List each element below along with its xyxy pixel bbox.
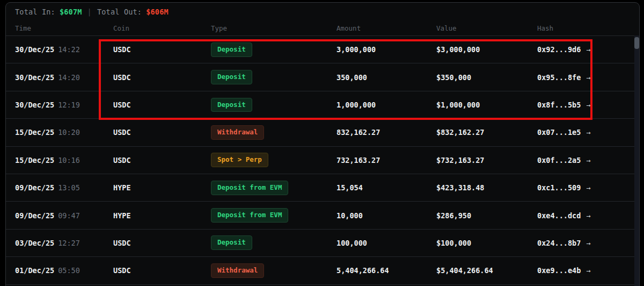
date-text: 30/Dec/25 <box>15 101 54 109</box>
value-cell: $286,950 <box>436 211 537 220</box>
hash-link[interactable]: 0xc1...509→ <box>537 183 626 192</box>
coin-cell: USDC <box>113 128 211 137</box>
type-badge: Deposit from EVM <box>211 208 288 223</box>
date-text: 30/Dec/25 <box>15 45 54 54</box>
type-cell: Deposit <box>211 98 336 112</box>
amount-cell: 5,404,266.64 <box>336 266 436 275</box>
coin-cell: USDC <box>113 45 211 54</box>
next-row-partial <box>6 284 639 286</box>
time-text: 14:20 <box>58 73 80 82</box>
table-row: 30/Dec/2514:22 USDC Deposit 3,000,000 $3… <box>6 35 639 63</box>
col-header-type: Type <box>211 24 336 32</box>
type-cell: Deposit from EVM <box>211 208 336 223</box>
totals-bar: Total In: $607M | Total Out: $606M <box>6 3 639 21</box>
type-badge: Deposit <box>211 235 252 250</box>
total-out-label: Total Out: <box>97 8 142 16</box>
type-cell: Spot > Perp <box>211 153 336 167</box>
amount-cell: 15,054 <box>336 183 436 192</box>
type-badge: Withdrawal <box>211 263 264 278</box>
hash-text: 0xe4...dcd <box>537 211 581 220</box>
hash-link[interactable]: 0x95...8fe→ <box>537 73 626 82</box>
hash-text: 0x92...9d6 <box>537 45 581 54</box>
time-text: 14:22 <box>58 45 80 54</box>
totals-divider: | <box>87 8 92 16</box>
type-cell: Deposit from EVM <box>211 181 336 195</box>
time-text: 05:50 <box>58 266 80 275</box>
coin-cell: USDC <box>113 239 211 247</box>
column-header-row: Time Coin Type Amount Value Hash <box>6 21 639 35</box>
time-text: 12:19 <box>58 101 80 109</box>
col-header-time: Time <box>15 24 113 32</box>
table-row: 15/Dec/2510:20 USDC Withdrawal 832,162.2… <box>6 118 639 146</box>
total-out-value: $606M <box>146 8 169 16</box>
date-text: 09/Dec/25 <box>15 183 54 192</box>
amount-cell: 350,000 <box>336 73 436 82</box>
value-cell: $5,404,266.64 <box>436 266 537 275</box>
value-cell: $100,000 <box>436 239 537 247</box>
table-row: 03/Dec/2512:27 USDC Deposit 100,000 $100… <box>6 229 639 256</box>
value-cell: $3,000,000 <box>436 45 537 54</box>
external-link-arrow-icon: → <box>586 156 590 165</box>
total-in-label: Total In: <box>15 8 55 16</box>
date-text: 01/Dec/25 <box>15 266 54 275</box>
table-row: 09/Dec/2513:05 HYPE Deposit from EVM 15,… <box>6 174 639 201</box>
time-cell: 09/Dec/2509:47 <box>15 211 113 220</box>
external-link-arrow-icon: → <box>586 183 590 192</box>
hash-text: 0x24...8b7 <box>537 239 581 247</box>
time-cell: 30/Dec/2512:19 <box>15 101 113 109</box>
hash-link[interactable]: 0xe4...dcd→ <box>537 211 626 220</box>
coin-cell: USDC <box>113 101 211 109</box>
type-badge: Deposit <box>211 42 252 57</box>
amount-cell: 100,000 <box>336 239 436 247</box>
amount-cell: 10,000 <box>336 211 436 220</box>
coin-cell: USDC <box>113 266 211 275</box>
hash-link[interactable]: 0x07...1e5→ <box>537 128 626 137</box>
type-cell: Deposit <box>211 235 336 250</box>
hash-link[interactable]: 0xe9...e4b→ <box>537 266 626 275</box>
type-badge: Withdrawal <box>211 125 264 140</box>
date-text: 15/Dec/25 <box>15 128 54 137</box>
hash-text: 0x0f...2a5 <box>537 156 581 165</box>
value-cell: $1,000,000 <box>436 101 537 109</box>
hash-text: 0x07...1e5 <box>537 128 581 137</box>
coin-cell: USDC <box>113 156 211 165</box>
value-cell: $423,318.48 <box>436 183 537 192</box>
value-cell: $832,162.27 <box>436 128 537 137</box>
external-link-arrow-icon: → <box>586 73 590 82</box>
hash-text: 0xc1...509 <box>537 183 581 192</box>
total-in-value: $607M <box>60 8 82 16</box>
external-link-arrow-icon: → <box>586 266 590 275</box>
value-cell: $732,163.27 <box>436 156 537 165</box>
time-cell: 03/Dec/2512:27 <box>15 239 113 247</box>
external-link-arrow-icon: → <box>586 211 590 220</box>
amount-cell: 732,163.27 <box>336 156 436 165</box>
type-cell: Withdrawal <box>211 263 336 278</box>
coin-cell: USDC <box>113 73 211 82</box>
amount-cell: 1,000,000 <box>336 101 436 109</box>
table-row: 30/Dec/2512:19 USDC Deposit 1,000,000 $1… <box>6 91 639 118</box>
external-link-arrow-icon: → <box>586 239 590 247</box>
type-cell: Deposit <box>211 70 336 84</box>
vertical-scrollbar-thumb[interactable] <box>634 37 639 49</box>
col-header-value: Value <box>436 24 537 32</box>
hash-link[interactable]: 0x92...9d6→ <box>537 45 626 54</box>
external-link-arrow-icon: → <box>586 128 590 137</box>
type-cell: Withdrawal <box>211 125 336 140</box>
time-text: 10:20 <box>58 128 80 137</box>
time-text: 09:47 <box>58 211 80 220</box>
date-text: 09/Dec/25 <box>15 211 54 220</box>
coin-cell: HYPE <box>113 211 211 220</box>
date-text: 30/Dec/25 <box>15 73 54 82</box>
amount-cell: 3,000,000 <box>336 45 436 54</box>
time-text: 10:16 <box>58 156 80 165</box>
type-badge: Deposit from EVM <box>211 181 288 195</box>
type-badge: Spot > Perp <box>211 153 268 167</box>
time-cell: 30/Dec/2514:20 <box>15 73 113 82</box>
hash-link[interactable]: 0x8f...5b5→ <box>537 101 626 109</box>
col-header-coin: Coin <box>113 24 211 32</box>
hash-link[interactable]: 0x0f...2a5→ <box>537 156 626 165</box>
table-row: 09/Dec/2509:47 HYPE Deposit from EVM 10,… <box>6 201 639 228</box>
hash-link[interactable]: 0x24...8b7→ <box>537 239 626 247</box>
vertical-scrollbar-track[interactable] <box>634 35 639 286</box>
table-row: 30/Dec/2514:20 USDC Deposit 350,000 $350… <box>6 63 639 90</box>
